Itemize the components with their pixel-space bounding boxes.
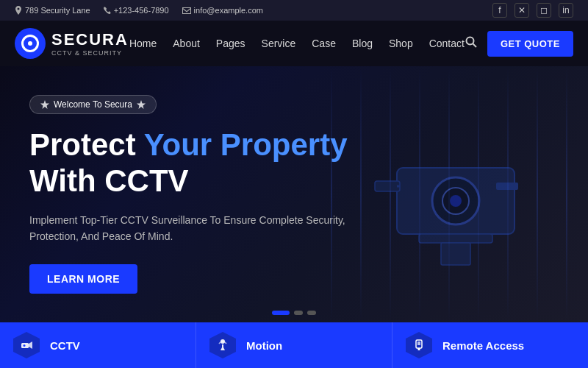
cctv-icon — [13, 332, 40, 358]
hero-title-line2: With CCTV — [29, 163, 189, 198]
topbar: 789 Security Lane +123-456-7890 info@exa… — [0, 0, 588, 21]
slider-dot-1[interactable] — [272, 311, 290, 315]
twitter-link[interactable]: ✕ — [514, 3, 529, 18]
nav-home[interactable]: Home — [129, 38, 157, 49]
learn-more-button[interactable]: LEARN MORE — [29, 264, 137, 294]
slider-dot-3[interactable] — [307, 311, 316, 315]
navbar: SECURA CCTV & SECURITY Home About Pages … — [0, 21, 588, 66]
card-remote-title: Remote Access — [442, 339, 524, 352]
linkedin-link[interactable]: in — [559, 3, 573, 18]
address: 789 Security Lane — [15, 6, 90, 15]
get-quote-button[interactable]: GET QUOTE — [487, 31, 573, 57]
welcome-badge: Welcome To Secura — [29, 95, 157, 114]
search-button[interactable] — [465, 36, 477, 51]
hero-title-accent: Your Property — [144, 127, 348, 162]
logo-sub: CCTV & SECURITY — [51, 49, 129, 57]
svg-rect-15 — [417, 342, 420, 345]
svg-point-0 — [466, 38, 473, 45]
card-cctv-title: CCTV — [50, 339, 80, 352]
logo: SECURA CCTV & SECURITY — [15, 28, 129, 59]
nav-contact[interactable]: Contact — [429, 38, 465, 49]
phone: +123-456-7890 — [104, 6, 169, 15]
svg-rect-8 — [496, 183, 518, 190]
nav-pages[interactable]: Pages — [216, 38, 245, 49]
nav-blog[interactable]: Blog — [352, 38, 373, 49]
motion-icon — [209, 332, 236, 358]
svg-rect-10 — [441, 243, 470, 265]
slider-dot-2[interactable] — [294, 311, 303, 315]
nav-shop[interactable]: Shop — [389, 38, 413, 49]
nav-links: Home About Pages Service Case Blog Shop … — [129, 38, 465, 49]
logo-brand: SECURA — [51, 30, 129, 49]
slider-dots — [272, 311, 316, 315]
email: info@example.com — [182, 6, 263, 15]
svg-point-5 — [450, 195, 462, 207]
logo-icon-inner — [28, 41, 32, 46]
nav-case[interactable]: Case — [312, 38, 336, 49]
card-remote: Remote Access — [392, 322, 588, 368]
facebook-link[interactable]: f — [492, 3, 507, 18]
social-links[interactable]: f ✕ ◻ in — [492, 3, 573, 18]
nav-right: GET QUOTE — [465, 31, 573, 57]
nav-service[interactable]: Service — [262, 38, 296, 49]
hero-title: Protect Your Property With CCTV — [29, 127, 353, 199]
card-motion: Motion — [196, 322, 392, 368]
svg-rect-9 — [419, 234, 492, 243]
svg-line-1 — [473, 44, 476, 48]
hero-content: Welcome To Secura Protect Your Property … — [0, 73, 382, 315]
logo-text: SECURA CCTV & SECURITY — [51, 30, 129, 57]
svg-rect-16 — [418, 348, 420, 350]
instagram-link[interactable]: ◻ — [537, 3, 551, 18]
card-cctv: CCTV — [0, 322, 196, 368]
hero-title-plain: Protect — [29, 127, 144, 162]
logo-icon — [15, 28, 46, 59]
svg-marker-12 — [29, 342, 32, 349]
card-motion-title: Motion — [246, 339, 282, 352]
hero-section: Welcome To Secura Protect Your Property … — [0, 66, 588, 322]
hero-description: Implement Top-Tier CCTV Surveillance To … — [29, 212, 353, 245]
topbar-contact: 789 Security Lane +123-456-7890 info@exa… — [15, 6, 263, 15]
nav-about[interactable]: About — [173, 38, 200, 49]
hero-line-9 — [566, 66, 567, 322]
svg-point-13 — [24, 344, 26, 347]
feature-cards-row: CCTV Motion Remote Access — [0, 322, 588, 368]
remote-access-icon — [406, 332, 432, 358]
